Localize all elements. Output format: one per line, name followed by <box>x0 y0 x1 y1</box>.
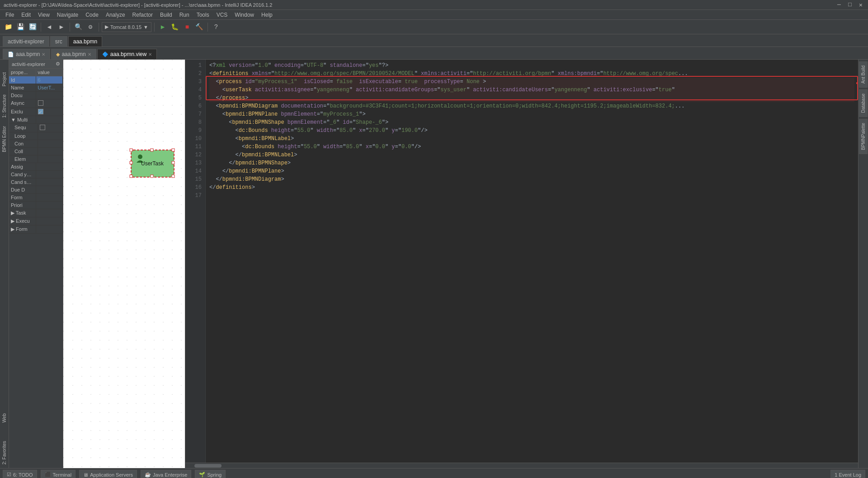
prop-execu[interactable]: ▶ Execu <box>9 217 63 225</box>
prop-name[interactable]: Name UserT... <box>9 84 63 92</box>
props-col-prop: prope... <box>9 69 36 76</box>
prop-form[interactable]: Form <box>9 194 63 202</box>
prop-cand-sys-value <box>36 178 63 186</box>
prop-coll[interactable]: Coll <box>9 148 63 155</box>
vtab-project[interactable]: Project <box>0 69 8 90</box>
code-line-7: <bpmndi:BPMNPlane bpmnElement="myProcess… <box>209 110 854 118</box>
horizontal-scrollbar[interactable] <box>185 463 858 468</box>
prop-docu-value <box>36 92 63 99</box>
menu-run[interactable]: Run <box>176 11 193 19</box>
tab-app-servers[interactable]: 🖥 Application Servers <box>79 470 137 478</box>
toolbar-debug[interactable]: 🐛 <box>170 22 180 33</box>
prop-docu[interactable]: Docu <box>9 92 63 99</box>
tab-terminal[interactable]: ⬛ Terminal <box>41 470 76 478</box>
breadcrumb-activiti-explorer[interactable]: activiti-explorer <box>3 36 49 47</box>
toolbar-stop[interactable]: ■ <box>182 22 193 33</box>
tab-spring[interactable]: 🌱 Spring <box>195 470 226 478</box>
code-line-13: </bpmndi:BPMNShape> <box>209 159 854 167</box>
scroll-thumb[interactable] <box>194 464 222 468</box>
toolbar-back[interactable]: ◀ <box>44 22 55 33</box>
prop-cand-yang[interactable]: Cand yang... <box>9 171 63 178</box>
menu-window[interactable]: Window <box>231 11 258 19</box>
menu-edit[interactable]: Edit <box>18 11 34 19</box>
menu-code[interactable]: Code <box>82 11 102 19</box>
code-line-3: <process id="myProcess_1" isClosed= fals… <box>209 78 854 86</box>
prop-exclu[interactable]: Exclu ✓ <box>9 108 63 116</box>
prop-assig[interactable]: Assig <box>9 163 63 171</box>
menu-file[interactable]: File <box>2 11 18 19</box>
menu-navigate[interactable]: Navigate <box>53 11 82 19</box>
menu-refactor[interactable]: Refactor <box>129 11 156 19</box>
tab-close-2[interactable]: ✕ <box>88 52 91 57</box>
tab-close-1[interactable]: ✕ <box>42 52 45 57</box>
menu-help[interactable]: Help <box>258 11 276 19</box>
toolbar-forward[interactable]: ▶ <box>56 22 67 33</box>
prop-elem[interactable]: Elem <box>9 155 63 163</box>
server-icon: 🖥 <box>83 472 88 478</box>
svg-rect-6 <box>172 149 175 151</box>
prop-form2[interactable]: ▶ Form <box>9 225 63 234</box>
toolbar-search[interactable]: 🔍 <box>73 22 84 33</box>
prop-id[interactable]: Id 6 <box>9 76 63 84</box>
java-icon: ☕ <box>145 472 151 478</box>
vtab-bpmn-palette[interactable]: BPMNPalette <box>859 119 868 154</box>
event-log-label: 1 Event Log <box>835 472 861 478</box>
prop-due[interactable]: Due D <box>9 186 63 194</box>
menu-analyze[interactable]: Analyze <box>102 11 129 19</box>
prop-loop[interactable]: Loop <box>9 132 63 140</box>
prop-async[interactable]: Async <box>9 99 63 108</box>
minimize-btn[interactable]: ─ <box>835 1 843 9</box>
sidebar-gear[interactable]: ⚙ <box>56 61 60 67</box>
todo-icon: ☑ <box>7 472 11 478</box>
tab-event-log[interactable]: 1 Event Log <box>830 470 865 478</box>
code-content[interactable]: <?xml version="1.0" encoding="UTF-8" sta… <box>206 60 858 463</box>
prop-form2-value <box>36 225 63 233</box>
vtab-favorites[interactable]: 2: Favorites <box>0 437 8 468</box>
toolbar-save[interactable]: 💾 <box>15 22 26 33</box>
tab-todo[interactable]: ☑ 6: TODO <box>3 470 37 478</box>
toolbar: 📁 💾 🔄 ◀ ▶ 🔍 ⚙ ▶ Tomcat 8.0.15 ▼ ▶ 🐛 ■ 🔨 … <box>0 20 868 34</box>
menu-view[interactable]: View <box>34 11 53 19</box>
vtab-structure[interactable]: 1: Structure <box>0 91 8 122</box>
tab-label-2: aaa.bpmn <box>61 51 85 57</box>
vtab-database[interactable]: Database <box>859 89 868 117</box>
menu-tools[interactable]: Tools <box>193 11 213 19</box>
menu-build[interactable]: Build <box>156 11 176 19</box>
breadcrumb-aaa-label: aaa.bpmn <box>73 38 97 45</box>
tab-aaa-bpmn-view[interactable]: 🔷 aaa.bpmn.view ✕ <box>97 49 157 59</box>
breadcrumb-aaa-bpmn[interactable]: aaa.bpmn <box>68 36 102 47</box>
bpmn-canvas-panel[interactable]: UserTask <box>63 60 185 468</box>
prop-sequ[interactable]: Sequ <box>9 124 63 132</box>
toolbar-run[interactable]: ▶ <box>157 22 168 33</box>
prop-multi[interactable]: ▼ Multi <box>9 116 63 124</box>
toolbar-help[interactable]: ? <box>211 22 222 33</box>
tab-aaa-bpmn-2[interactable]: ◆ aaa.bpmn ✕ <box>51 49 96 59</box>
breadcrumb-src[interactable]: src <box>50 36 67 47</box>
tab-aaa-bpmn-1[interactable]: 📄 aaa.bpmn ✕ <box>3 49 50 59</box>
bpmn-canvas[interactable]: UserTask <box>63 60 185 468</box>
props-col-value: value <box>36 69 63 76</box>
menu-vcs[interactable]: VCS <box>213 11 231 19</box>
title-text: activiti-explorer - [D:\JAVA\Idea-Space\… <box>4 2 272 8</box>
tab-java-enterprise[interactable]: ☕ Java Enterprise <box>141 470 191 478</box>
code-editor[interactable]: 1 2 3 4 5 6 7 8 9 10 11 12 13 14 15 16 1… <box>185 60 858 463</box>
vtab-bpmn-editor[interactable]: BPMN Editor <box>0 122 8 156</box>
close-btn[interactable]: ✕ <box>857 1 864 9</box>
toolbar-open[interactable]: 📁 <box>3 22 14 33</box>
prop-con[interactable]: Con <box>9 140 63 148</box>
vtab-ant-build[interactable]: Ant Build <box>859 61 868 88</box>
prop-task-label: ▶ Task <box>9 209 36 217</box>
toolbar-build[interactable]: 🔨 <box>194 22 205 33</box>
prop-task[interactable]: ▶ Task <box>9 209 63 217</box>
prop-priori[interactable]: Priori <box>9 202 63 209</box>
tomcat-selector[interactable]: ▶ Tomcat 8.0.15 ▼ <box>102 22 151 32</box>
prop-cand-sys[interactable]: Cand sys_u... <box>9 178 63 186</box>
toolbar-sep5 <box>208 23 208 32</box>
toolbar-settings[interactable]: ⚙ <box>85 22 96 33</box>
prop-form-label: Form <box>9 194 36 201</box>
vtab-web[interactable]: Web <box>0 410 8 426</box>
tab-close-3[interactable]: ✕ <box>148 52 152 57</box>
toolbar-refresh[interactable]: 🔄 <box>27 22 38 33</box>
restore-btn[interactable]: □ <box>846 1 854 9</box>
error-indicator <box>856 82 858 84</box>
